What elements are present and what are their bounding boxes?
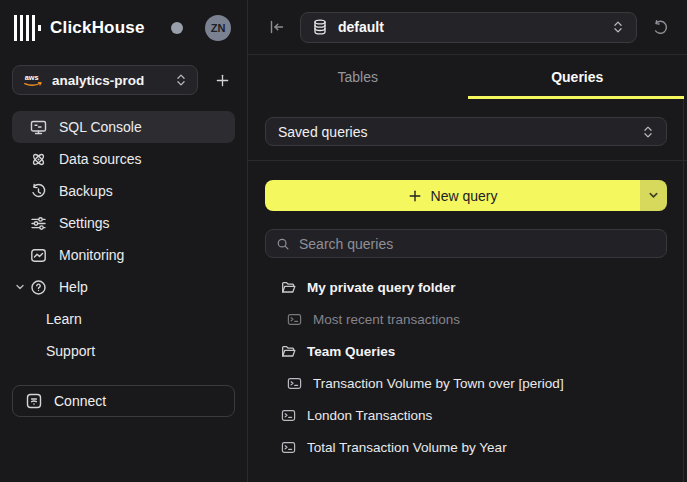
query-label: Most recent transactions bbox=[313, 312, 460, 327]
database-topbar: default bbox=[248, 0, 687, 55]
query-label: Total Transaction Volume by Year bbox=[307, 440, 507, 455]
query-folder-label: My private query folder bbox=[307, 280, 456, 295]
chevron-updown-icon bbox=[612, 20, 624, 34]
sidebar-subitem-label: Learn bbox=[46, 311, 82, 327]
status-dot bbox=[171, 22, 183, 34]
sidebar-nav: SQL Console Data sources Backups bbox=[0, 111, 247, 417]
plus-icon bbox=[215, 73, 230, 88]
new-query-menu-button[interactable] bbox=[640, 180, 667, 211]
search-box bbox=[265, 229, 667, 258]
refresh-button[interactable] bbox=[649, 16, 671, 38]
sidebar-item-support[interactable]: Support bbox=[0, 335, 247, 367]
connect-button[interactable]: Connect bbox=[12, 385, 235, 417]
backups-icon bbox=[30, 183, 47, 200]
add-service-button[interactable] bbox=[209, 67, 235, 93]
sidebar-header: ClickHouse ZN bbox=[0, 0, 247, 55]
sidebar-item-learn[interactable]: Learn bbox=[0, 303, 247, 335]
sidebar-item-label: Help bbox=[59, 279, 88, 295]
help-icon bbox=[30, 279, 47, 296]
refresh-icon bbox=[651, 18, 669, 36]
plus-icon bbox=[408, 189, 422, 203]
service-row: aws analytics-prod bbox=[0, 55, 247, 95]
sidebar: ClickHouse ZN aws analytics-prod bbox=[0, 0, 248, 482]
sidebar-item-monitoring[interactable]: Monitoring bbox=[12, 239, 235, 271]
collapse-left-icon bbox=[268, 18, 286, 36]
sql-console-icon bbox=[30, 119, 47, 136]
chevron-down-icon bbox=[14, 281, 26, 293]
sidebar-item-backups[interactable]: Backups bbox=[12, 175, 235, 207]
search-queries-input[interactable] bbox=[299, 236, 656, 252]
query-row[interactable]: Most recent transactions bbox=[265, 303, 667, 335]
avatar[interactable]: ZN bbox=[205, 15, 231, 41]
tab-label: Queries bbox=[551, 69, 603, 85]
database-icon bbox=[313, 19, 327, 35]
queries-content: Saved queries New query bbox=[248, 99, 687, 482]
tab-queries[interactable]: Queries bbox=[468, 55, 687, 99]
clickhouse-logo-icon bbox=[14, 15, 41, 41]
settings-icon bbox=[30, 215, 47, 232]
saved-queries-selector-value: Saved queries bbox=[278, 124, 642, 140]
query-row[interactable]: Transaction Volume by Town over [period] bbox=[265, 367, 667, 399]
query-label: Transaction Volume by Town over [period] bbox=[313, 376, 564, 391]
data-sources-icon bbox=[30, 151, 47, 168]
tab-bar: Tables Queries bbox=[248, 55, 687, 99]
query-folder-row[interactable]: My private query folder bbox=[265, 271, 667, 303]
sidebar-item-label: Settings bbox=[59, 215, 110, 231]
query-row[interactable]: Total Transaction Volume by Year bbox=[265, 431, 667, 463]
collapse-panel-button[interactable] bbox=[266, 16, 288, 38]
query-folder-label: Team Queries bbox=[307, 344, 395, 359]
new-query-label: New query bbox=[431, 188, 498, 204]
database-selector-value: default bbox=[338, 19, 601, 35]
service-selector[interactable]: aws analytics-prod bbox=[12, 65, 198, 95]
query-terminal-icon bbox=[281, 440, 296, 455]
connect-label: Connect bbox=[54, 393, 106, 409]
search-icon bbox=[276, 237, 290, 251]
sidebar-item-label: Monitoring bbox=[59, 247, 124, 263]
query-label: London Transactions bbox=[307, 408, 432, 423]
queries-panel: default Tables Queries Saved queries bbox=[248, 0, 687, 482]
chevron-updown-icon bbox=[175, 73, 187, 87]
chevron-updown-icon bbox=[642, 125, 654, 139]
brand-name: ClickHouse bbox=[50, 18, 145, 38]
section-divider bbox=[248, 160, 687, 161]
monitoring-icon bbox=[30, 247, 47, 264]
saved-queries-selector[interactable]: Saved queries bbox=[265, 117, 667, 146]
connect-icon bbox=[26, 393, 42, 409]
new-query-button[interactable]: New query bbox=[265, 180, 640, 211]
sidebar-item-data-sources[interactable]: Data sources bbox=[12, 143, 235, 175]
sidebar-item-label: SQL Console bbox=[59, 119, 142, 135]
sidebar-item-label: Data sources bbox=[59, 151, 141, 167]
folder-open-icon bbox=[281, 344, 296, 359]
sidebar-item-label: Backups bbox=[59, 183, 113, 199]
sidebar-item-help[interactable]: Help bbox=[12, 271, 235, 303]
chevron-down-icon bbox=[648, 190, 659, 201]
tab-label: Tables bbox=[338, 69, 378, 85]
folder-open-icon bbox=[281, 280, 296, 295]
query-terminal-icon bbox=[281, 408, 296, 423]
tab-tables[interactable]: Tables bbox=[248, 55, 468, 99]
service-selector-value: analytics-prod bbox=[52, 73, 166, 88]
sidebar-item-settings[interactable]: Settings bbox=[12, 207, 235, 239]
new-query-split-button: New query bbox=[265, 180, 667, 211]
database-selector[interactable]: default bbox=[300, 12, 637, 43]
query-terminal-icon bbox=[287, 312, 302, 327]
aws-icon: aws bbox=[23, 73, 43, 87]
sidebar-subitem-label: Support bbox=[46, 343, 95, 359]
query-tree: My private query folder Most recent tran… bbox=[265, 271, 667, 463]
sidebar-item-sql-console[interactable]: SQL Console bbox=[12, 111, 235, 143]
query-terminal-icon bbox=[287, 376, 302, 391]
query-row[interactable]: London Transactions bbox=[265, 399, 667, 431]
svg-text:aws: aws bbox=[25, 73, 39, 82]
query-folder-row[interactable]: Team Queries bbox=[265, 335, 667, 367]
